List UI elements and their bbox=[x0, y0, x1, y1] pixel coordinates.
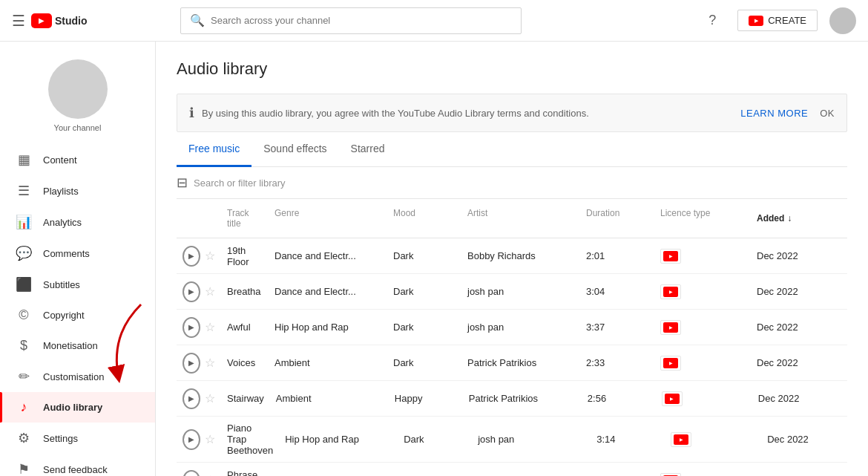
star-button[interactable]: ☆ bbox=[205, 249, 215, 263]
yt-badge-icon bbox=[674, 434, 688, 445]
table-row: ▶ ☆ Voices Ambient Dark Patrick Patrikio… bbox=[177, 345, 847, 381]
tab-free-music[interactable]: Free music bbox=[177, 132, 251, 167]
row-added: Dec 2022 bbox=[751, 469, 847, 476]
sidebar-item-subtitles[interactable]: ⬛ Subtitles bbox=[0, 269, 155, 300]
row-genre: Ambient bbox=[269, 351, 387, 374]
channel-avatar bbox=[48, 59, 108, 119]
play-button[interactable]: ▶ bbox=[183, 429, 200, 450]
sidebar-label-comments: Comments bbox=[43, 248, 90, 259]
create-yt-icon bbox=[749, 16, 763, 26]
play-button[interactable]: ▶ bbox=[183, 281, 200, 302]
row-added: Dec 2022 bbox=[751, 280, 847, 303]
table-row: ▶ ☆ Stairway Ambient Happy Patrick Patri… bbox=[177, 381, 847, 417]
search-icon: 🔍 bbox=[190, 13, 205, 27]
logo[interactable]: Studio bbox=[31, 13, 88, 28]
row-title: Phrase Prant bbox=[221, 463, 269, 477]
row-genre: Dance and Electr... bbox=[269, 244, 387, 267]
play-button[interactable]: ▶ bbox=[183, 317, 200, 338]
sidebar-label-feedback: Send feedback bbox=[43, 464, 108, 475]
search-input[interactable] bbox=[211, 15, 512, 26]
row-licence bbox=[656, 385, 752, 412]
play-button[interactable]: ▶ bbox=[183, 246, 200, 267]
star-button[interactable]: ☆ bbox=[205, 432, 215, 446]
sidebar: Your channel ▦ Content ☰ Playlists 📊 Ana… bbox=[0, 0, 156, 476]
row-duration: 2:01 bbox=[580, 244, 654, 267]
help-button[interactable]: ? bbox=[699, 7, 726, 34]
sidebar-item-analytics[interactable]: 📊 Analytics bbox=[0, 206, 155, 238]
row-duration: 2:56 bbox=[582, 387, 656, 410]
row-added: Dec 2022 bbox=[752, 387, 847, 410]
row-title: Breatha bbox=[221, 280, 269, 303]
row-actions: ▶ ☆ bbox=[177, 276, 221, 308]
filter-bar: ⊟ bbox=[177, 167, 847, 199]
sidebar-item-monetisation[interactable]: $ Monetisation bbox=[0, 330, 155, 361]
star-button[interactable]: ☆ bbox=[205, 320, 215, 334]
filter-icon: ⊟ bbox=[177, 175, 188, 191]
row-title: Voices bbox=[221, 351, 269, 374]
sidebar-item-customisation[interactable]: ✏ Customisation bbox=[0, 361, 155, 392]
yt-licence-badge bbox=[660, 320, 681, 335]
tab-sound-effects[interactable]: Sound effects bbox=[251, 132, 338, 167]
sidebar-item-send-feedback[interactable]: ⚑ Send feedback bbox=[0, 454, 155, 476]
yt-licence-badge bbox=[660, 284, 681, 299]
sidebar-item-playlists[interactable]: ☰ Playlists bbox=[0, 175, 155, 206]
table-row: ▶ ☆ Piano Trap Beethoven Hip Hop and Rap… bbox=[177, 417, 847, 463]
star-button[interactable]: ☆ bbox=[205, 473, 215, 476]
sidebar-item-content[interactable]: ▦ Content bbox=[0, 144, 155, 175]
yt-badge-icon bbox=[663, 251, 678, 261]
table-row: ▶ ☆ Phrase Prant Dance and Electr... Dar… bbox=[177, 463, 847, 476]
ok-button[interactable]: OK bbox=[820, 108, 835, 119]
row-duration: 3:18 bbox=[580, 469, 654, 476]
play-button[interactable]: ▶ bbox=[183, 388, 200, 409]
sidebar-item-settings[interactable]: ⚙ Settings bbox=[0, 423, 155, 454]
table-wrapper: Track title Genre Mood Artist Duration L… bbox=[177, 199, 847, 476]
topbar-right: ? CREATE bbox=[699, 7, 856, 34]
sidebar-item-copyright[interactable]: © Copyright bbox=[0, 300, 155, 330]
row-mood: Dark bbox=[387, 244, 461, 267]
row-licence bbox=[654, 350, 751, 376]
row-artist: josh pan bbox=[461, 469, 580, 476]
sidebar-item-audio-library[interactable]: ♪ Audio library bbox=[0, 392, 155, 423]
tabs: Free music Sound effects Starred bbox=[177, 132, 847, 167]
filter-input[interactable] bbox=[194, 177, 847, 189]
comments-icon: 💬 bbox=[15, 245, 33, 261]
yt-licence-badge bbox=[662, 391, 683, 406]
play-button[interactable]: ▶ bbox=[183, 470, 200, 477]
row-added: Dec 2022 bbox=[751, 244, 847, 267]
sidebar-label-content: Content bbox=[43, 154, 77, 166]
row-mood: Dark bbox=[387, 316, 461, 339]
table-header: Track title Genre Mood Artist Duration L… bbox=[177, 199, 847, 238]
learn-more-button[interactable]: LEARN MORE bbox=[740, 108, 808, 119]
info-banner: ℹ By using this audio library, you agree… bbox=[177, 94, 847, 132]
row-title: 19th Floor bbox=[221, 239, 269, 273]
row-licence bbox=[654, 278, 751, 305]
sidebar-label-copyright: Copyright bbox=[43, 310, 85, 321]
avatar[interactable] bbox=[829, 7, 856, 34]
row-actions: ▶ ☆ bbox=[177, 240, 221, 273]
col-header-added[interactable]: Added ↓ bbox=[751, 205, 847, 232]
row-mood: Happy bbox=[389, 387, 463, 410]
table-row: ▶ ☆ Awful Hip Hop and Rap Dark josh pan … bbox=[177, 310, 847, 345]
star-button[interactable]: ☆ bbox=[205, 356, 215, 370]
topbar-left: ☰ Studio bbox=[12, 12, 88, 30]
row-actions: ▶ ☆ bbox=[177, 423, 221, 456]
play-button[interactable]: ▶ bbox=[183, 353, 200, 374]
tab-starred[interactable]: Starred bbox=[339, 132, 397, 167]
star-button[interactable]: ☆ bbox=[205, 284, 215, 299]
sidebar-item-comments[interactable]: 💬 Comments bbox=[0, 238, 155, 269]
yt-licence-badge bbox=[660, 473, 681, 477]
menu-button[interactable]: ☰ bbox=[12, 12, 25, 30]
info-text: By using this audio library, you agree w… bbox=[202, 108, 589, 119]
audio-library-icon: ♪ bbox=[15, 400, 33, 415]
sidebar-label-customisation: Customisation bbox=[43, 371, 104, 382]
star-button[interactable]: ☆ bbox=[205, 391, 215, 405]
sidebar-label-subtitles: Subtitles bbox=[43, 279, 80, 290]
main-inner: Audio library ℹ By using this audio libr… bbox=[156, 42, 868, 476]
row-artist: josh pan bbox=[461, 280, 580, 303]
row-duration: 3:14 bbox=[591, 428, 665, 451]
col-header-genre: Genre bbox=[269, 205, 387, 232]
row-genre: Ambient bbox=[270, 387, 389, 410]
row-licence bbox=[654, 243, 751, 270]
create-button[interactable]: CREATE bbox=[737, 10, 818, 31]
row-artist: josh pan bbox=[472, 428, 591, 451]
